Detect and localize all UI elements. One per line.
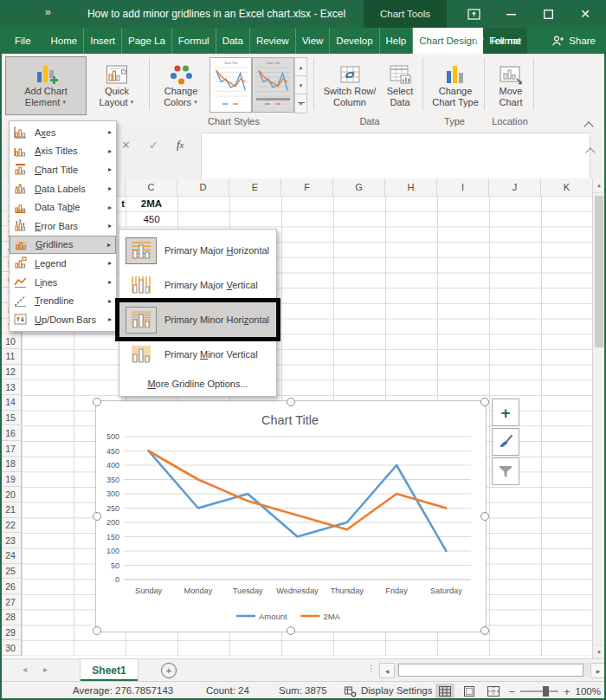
menu-item-axis-titles[interactable]: Axis Titles▸	[10, 142, 116, 161]
quick-access-toolbar[interactable]: »	[45, 6, 50, 18]
row-header-20[interactable]: 20	[0, 487, 22, 502]
row-header-17[interactable]: 17	[0, 441, 22, 457]
menu-item-lines[interactable]: Lines▸	[10, 273, 116, 292]
tab-view[interactable]: View	[296, 28, 331, 54]
cancel-icon[interactable]: ✕	[121, 139, 131, 152]
chart-styles-button[interactable]	[492, 428, 519, 456]
menu-item-error-bars[interactable]: Error Bars▸	[10, 217, 116, 236]
chart-style-2-thumbnail[interactable]: Chart Title	[252, 57, 294, 113]
tab-formul[interactable]: Formul	[172, 28, 216, 54]
submenu-item-primary-minor-horizontal[interactable]: Primary Minor Horizontal	[119, 302, 276, 337]
column-header-k[interactable]: K	[541, 178, 593, 196]
vertical-scrollbar[interactable]: ▲ ▼	[592, 178, 605, 658]
row-header-28[interactable]: 28	[0, 610, 22, 625]
menu-item-data-table[interactable]: Data Table▸	[10, 198, 116, 217]
selection-handle[interactable]	[93, 626, 101, 635]
close-button[interactable]: ✕	[569, 0, 602, 28]
zoom-slider-thumb[interactable]	[543, 686, 549, 697]
scroll-up-button[interactable]: ▲	[593, 178, 605, 193]
row-header-30[interactable]: 30	[0, 640, 22, 656]
display-settings-icon[interactable]	[345, 686, 357, 699]
row-header-14[interactable]: 14	[0, 395, 22, 411]
change-chart-type-button[interactable]: Change Chart Type	[427, 56, 484, 115]
zoom-in-button[interactable]: +	[564, 685, 571, 698]
collapse-formula-bar-icon[interactable]	[587, 144, 594, 159]
maximize-button[interactable]	[532, 0, 564, 28]
column-header-j[interactable]: J	[489, 178, 541, 196]
hscroll-left-button[interactable]: ◀	[379, 663, 395, 678]
menu-item-axes[interactable]: Axes▸	[10, 123, 116, 142]
row-header-15[interactable]: 15	[0, 411, 22, 426]
new-sheet-button[interactable]: +	[161, 663, 177, 678]
vertical-scroll-thumb[interactable]	[595, 196, 603, 347]
row-header-29[interactable]: 29	[0, 625, 22, 641]
chart-object[interactable]: Chart Title05010015020025030035040045050…	[95, 400, 487, 632]
column-header-g[interactable]: G	[333, 178, 385, 196]
gallery-scroll-up-button[interactable]: ▲	[294, 57, 307, 77]
zoom-out-button[interactable]: −	[508, 685, 515, 698]
selection-handle[interactable]	[480, 398, 489, 406]
column-header-e[interactable]: E	[229, 178, 281, 196]
display-settings-label[interactable]: Display Settings	[361, 685, 432, 696]
quick-layout-button[interactable]: Quick Layout▼	[88, 56, 145, 115]
row-header-16[interactable]: 16	[0, 426, 22, 442]
column-header-c[interactable]: C	[126, 178, 177, 196]
prev-sheet-arrow[interactable]: ◂	[23, 664, 27, 674]
next-sheet-arrow[interactable]: ▸	[43, 664, 48, 674]
tab-develop[interactable]: Develop	[330, 28, 379, 54]
menu-item-gridlines[interactable]: Gridlines▸	[10, 236, 116, 255]
select-data-button[interactable]: Select Data	[379, 56, 421, 115]
submenu-item-primary-major-vertical[interactable]: Primary Major Vertical	[119, 268, 276, 302]
menu-item-data-labels[interactable]: Data Labels▸	[10, 179, 116, 198]
row-header-25[interactable]: 25	[0, 564, 22, 580]
row-header-21[interactable]: 21	[0, 502, 22, 518]
switch-row-column-button[interactable]: Switch Row/ Column	[319, 56, 381, 115]
tab-data[interactable]: Data	[216, 28, 250, 54]
cell-c2[interactable]: 450	[126, 212, 177, 226]
menu-item-chart-title[interactable]: Chart Title▸	[10, 160, 116, 179]
selection-handle[interactable]	[93, 398, 101, 406]
horizontal-scroll-thumb[interactable]	[398, 664, 583, 677]
sheet-tab[interactable]: Sheet1	[80, 659, 139, 681]
zoom-slider[interactable]	[520, 690, 558, 692]
row-header-18[interactable]: 18	[0, 457, 22, 472]
column-header-d[interactable]: D	[177, 178, 229, 196]
menu-item-legend[interactable]: Legend▸	[10, 254, 116, 273]
minimize-button[interactable]	[494, 0, 527, 28]
tab-insert[interactable]: Insert	[84, 28, 122, 54]
row-header-11[interactable]: 11	[0, 349, 22, 365]
tab-review[interactable]: Review	[250, 28, 296, 54]
menu-item-trendline[interactable]: Trendline▸	[10, 291, 116, 310]
selection-handle[interactable]	[480, 626, 489, 635]
gallery-scroll-down-button[interactable]: ▼	[294, 75, 307, 95]
enter-icon[interactable]: ✓	[149, 139, 158, 152]
tabbar-splitter[interactable]: ⋮	[367, 664, 376, 673]
gallery-more-button[interactable]: ▼	[294, 94, 307, 113]
column-header-i[interactable]: I	[437, 178, 489, 196]
row-header-26[interactable]: 26	[0, 580, 22, 595]
selection-handle[interactable]	[480, 512, 489, 521]
row-header-10[interactable]: 10	[0, 334, 22, 349]
horizontal-scrollbar[interactable]	[396, 663, 590, 677]
submenu-item-primary-minor-vertical[interactable]: Primary Minor Vertical	[119, 337, 276, 372]
chart-elements-button[interactable]: +	[492, 399, 519, 426]
page-layout-view-button[interactable]	[460, 684, 479, 699]
tab-help[interactable]: Help	[380, 28, 414, 54]
selection-handle[interactable]	[287, 398, 295, 406]
row-header-13[interactable]: 13	[0, 379, 22, 395]
row-header-24[interactable]: 24	[0, 548, 22, 564]
tab-page-la[interactable]: Page La	[122, 28, 172, 54]
normal-view-button[interactable]	[435, 684, 455, 699]
page-break-view-button[interactable]	[484, 684, 503, 699]
formula-bar-input[interactable]	[201, 133, 590, 179]
share-button[interactable]: Share	[551, 28, 596, 54]
more-gridline-options[interactable]: More Gridline Options...	[119, 372, 276, 396]
submenu-item-primary-major-horizontal[interactable]: Primary Major Horizontal	[119, 233, 276, 268]
tell-me[interactable]: Tell me	[474, 28, 521, 54]
column-header-h[interactable]: H	[385, 178, 437, 196]
move-chart-button[interactable]: Move Chart	[488, 56, 533, 115]
tab-file[interactable]: File	[9, 28, 45, 54]
row-header-19[interactable]: 19	[0, 472, 22, 488]
selection-handle[interactable]	[287, 626, 295, 635]
ribbon-display-options-icon[interactable]	[457, 0, 490, 28]
